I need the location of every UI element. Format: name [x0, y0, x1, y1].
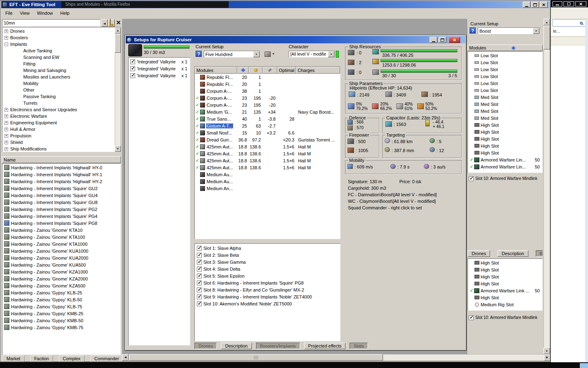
slot-row[interactable]: High Slot: [468, 128, 542, 135]
panel-tab[interactable]: Description: [497, 250, 528, 257]
tools-icon[interactable]: [265, 52, 271, 57]
tree-item[interactable]: + Shield: [3, 139, 114, 146]
vertical-scroll-thumb[interactable]: [543, 26, 550, 49]
slot-row[interactable]: Medium Rig Slot: [468, 301, 542, 308]
character-combobox[interactable]: [All level V - modifie: [289, 51, 335, 58]
column-header-optimal[interactable]: Optimal: [277, 67, 296, 74]
setup-tab[interactable]: Projected effects: [304, 343, 346, 349]
mindlink-row[interactable]: Slot 10: Armored Warfare Mindlink: [469, 175, 542, 182]
module-row[interactable]: ✓ True Sans... 40 1 -3.8 28: [195, 115, 340, 122]
scroll-right-button[interactable]: [544, 354, 550, 361]
slot-row[interactable]: High Slot: [468, 259, 542, 266]
tree-expander-icon[interactable]: +: [4, 134, 8, 138]
implant-slot-row[interactable]: Slot 6: Hardwiring - Inherent Implants '…: [196, 279, 339, 286]
list-item[interactable]: Hardwiring - Zainou 'Gypsy' KMB-25: [3, 310, 120, 317]
module-row[interactable]: Republic Fl... 20 1: [195, 74, 340, 81]
mindlink-row-2[interactable]: Slot 10: Armored Warfare Mindlink: [469, 314, 542, 321]
chevron-down-icon[interactable]: [328, 51, 334, 57]
list-item[interactable]: Hardwiring - Inherent Implants 'Squire' …: [3, 185, 120, 192]
list-item[interactable]: Hardwiring - Inherent Implants 'Squire' …: [3, 192, 120, 199]
implant-slot-row[interactable]: Slot 10: Akemon's Modified 'Noble' ZET50…: [196, 300, 339, 307]
source-tab[interactable]: Market: [2, 355, 24, 362]
slot-row[interactable]: Low Slot: [468, 80, 542, 87]
tree-item[interactable]: - Implants: [3, 41, 114, 47]
slot-row[interactable]: Med Slot: [468, 94, 542, 101]
eft-close-button[interactable]: [540, 2, 548, 8]
setup-tab[interactable]: Drones: [194, 343, 217, 349]
module-row[interactable]: ✓ 425mm Aut... 18.8 138.6 1.5+6 Hail M: [195, 157, 340, 164]
setup-close-button[interactable]: [449, 37, 460, 43]
column-header-fitting[interactable]: [263, 67, 277, 74]
panel-tab[interactable]: Drones: [468, 250, 490, 257]
panel-tab[interactable]: Boost: [536, 250, 543, 257]
list-item[interactable]: Hardwiring - Zainou 'Gnome' KUA2000: [3, 254, 120, 261]
drone-checkbox[interactable]: [130, 59, 135, 64]
module-row[interactable]: Medium Au...: [195, 171, 340, 178]
implant-slot-row[interactable]: Slot 2: Slave Beta: [196, 251, 339, 258]
tree-expander-icon[interactable]: +: [4, 114, 8, 118]
module-row[interactable]: Medium An...: [195, 185, 340, 192]
module-row[interactable]: ✓ Medium 'G... 21 135 +34 Navy Cap Boost…: [195, 108, 340, 115]
setup-tab[interactable]: Boosters/Implants: [256, 343, 300, 349]
column-header-price[interactable]: [249, 67, 263, 74]
list-item[interactable]: Hardwiring - Zainou 'Gnome' KTA10: [3, 227, 120, 233]
list-item[interactable]: Hardwiring - Zainou 'Gypsy' KMB-75: [3, 324, 120, 331]
tree-item[interactable]: + Ship Modifications: [3, 146, 114, 151]
chevron-down-icon[interactable]: [533, 28, 539, 34]
setup-combobox[interactable]: Five Hundred: [204, 51, 260, 58]
column-header-modules[interactable]: Modules: [195, 67, 237, 74]
slot-row[interactable]: Med Slot: [468, 101, 542, 108]
list-item[interactable]: Hardwiring - Inherent Implants 'Squire' …: [3, 220, 120, 227]
module-row[interactable]: ✓ 425mm Aut... 18.8 138.6 1.5+6 Hail M: [195, 150, 340, 157]
drone-row[interactable]: 'Integrated' Valkyrie x 1: [129, 58, 189, 65]
mindlink-checkbox[interactable]: [469, 176, 474, 181]
slot-row[interactable]: ✓ Armored Warfare Lin... 50: [468, 156, 542, 163]
tree-item[interactable]: + Electronic Warfare: [3, 113, 114, 119]
menu-item[interactable]: View: [16, 10, 33, 17]
search-icon[interactable]: [580, 22, 583, 25]
tree-expander-icon[interactable]: +: [4, 128, 8, 131]
tree-expander-icon[interactable]: +: [4, 108, 8, 112]
list-item[interactable]: Hardwiring - Zainou 'Gnome' KZA500: [3, 282, 120, 289]
tree-item[interactable]: + Drones: [3, 28, 114, 34]
help-icon[interactable]: [196, 51, 202, 57]
slot-row[interactable]: Low Slot: [468, 66, 542, 73]
module-row[interactable]: ✓ Corpum A-... 23 195 -20: [195, 101, 340, 108]
tree-item[interactable]: + Engineering Equipment: [3, 119, 114, 126]
implant-slot-row[interactable]: Slot 4: Slave Delta: [196, 265, 339, 272]
implant-slot-row[interactable]: Slot 1: Slave Alpha: [196, 245, 339, 251]
browser-close-button[interactable]: [575, 1, 586, 7]
right-modules-header[interactable]: Modules: [468, 45, 543, 51]
scroll-up-button[interactable]: [543, 19, 550, 25]
chevron-down-icon[interactable]: [253, 51, 260, 57]
tree-item[interactable]: + Propulsion: [3, 132, 114, 139]
drone-row[interactable]: 'Integrated' Valkyrie x 1: [129, 65, 189, 72]
implant-checkbox[interactable]: [197, 267, 202, 272]
list-item[interactable]: Hardwiring - Zainou 'Gnome' KUA500: [3, 261, 120, 268]
tree-item[interactable]: Turrets: [3, 100, 114, 106]
filter-lock-button[interactable]: [108, 19, 115, 27]
implant-checkbox[interactable]: [197, 246, 202, 251]
module-row[interactable]: ✓ 425mm Aut... 18.8 138.6 1.5+6 Hail M: [195, 164, 340, 171]
slot-row[interactable]: Low Slot: [468, 73, 542, 80]
drone-row[interactable]: 'Integrated' Valkyrie x 1: [129, 72, 189, 79]
tree-scroll-thumb[interactable]: [115, 34, 121, 53]
drone-checkbox[interactable]: [130, 66, 135, 71]
browser-minimize-button[interactable]: [552, 1, 562, 7]
list-item[interactable]: Hardwiring - Zainou 'Gnome' KZA1000: [3, 268, 120, 275]
implant-slot-row[interactable]: Slot 5: Slave Epsilon: [196, 272, 339, 279]
slot-row[interactable]: Med Slot: [468, 114, 542, 121]
squad-commander-line[interactable]: Squad Commander - right click to set: [348, 205, 422, 210]
tools-dropdown-icon[interactable]: ▼: [272, 52, 275, 55]
module-row[interactable]: ✓ Small Nosf... 15 10 +3.2 6.6: [195, 129, 340, 136]
tree-item[interactable]: Other: [3, 87, 114, 93]
implant-checkbox[interactable]: [197, 260, 202, 265]
source-tab[interactable]: Complex: [59, 355, 85, 362]
implant-checkbox[interactable]: [197, 280, 202, 285]
list-item[interactable]: Hardwiring - Inherent Implants 'Squire' …: [3, 213, 120, 220]
module-row[interactable]: ✓ Gistum A-T... 25 63 -2.7: [195, 122, 340, 129]
slot-row[interactable]: Low Slot: [468, 87, 542, 94]
implant-slot-row[interactable]: Slot 9: Hardwiring - Inherent Implants '…: [196, 293, 339, 300]
tree-scroll-up[interactable]: [115, 27, 121, 34]
implant-slot-row[interactable]: Slot 3: Slave Gamma: [196, 258, 339, 265]
